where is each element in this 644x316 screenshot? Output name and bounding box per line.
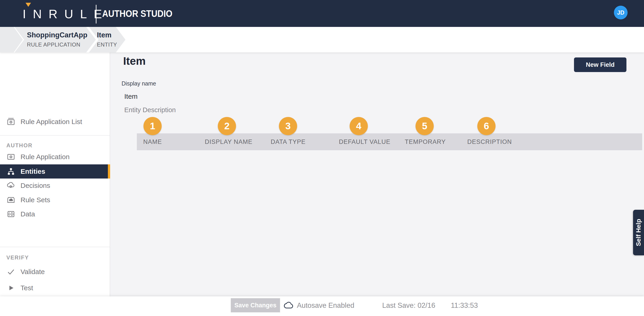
annotation-badge-5: 5 bbox=[416, 117, 434, 135]
sidebar-divider bbox=[0, 247, 110, 247]
new-field-button[interactable]: New Field bbox=[574, 58, 626, 72]
sidebar-item-test[interactable]: Test bbox=[0, 281, 110, 295]
breadcrumb-item-1[interactable]: ShoppingCartApp RULE APPLICATION bbox=[27, 31, 87, 48]
selected-indicator bbox=[108, 164, 110, 178]
sidebar-item-label: Test bbox=[20, 281, 33, 295]
display-name-label: Display name bbox=[122, 80, 156, 87]
last-save-time: 11:33:53 bbox=[451, 296, 478, 315]
annotation-badge-1: 1 bbox=[144, 117, 162, 135]
column-header-data-type: DATA TYPE bbox=[271, 134, 306, 150]
sidebar-item-rule-application[interactable]: Rule Application bbox=[0, 150, 110, 164]
product-name: AUTHOR STUDIO bbox=[102, 8, 172, 19]
sidebar-item-label: Entities bbox=[20, 164, 45, 178]
sidebar-item-label: Validate bbox=[20, 265, 45, 279]
annotation-badge-2: 2 bbox=[218, 117, 236, 135]
self-help-label: Self Help bbox=[635, 219, 642, 246]
column-header-name: NAME bbox=[143, 134, 162, 150]
annotation-badge-3: 3 bbox=[279, 117, 297, 135]
breadcrumb-title: ShoppingCartApp bbox=[27, 31, 87, 39]
sidebar-item-data[interactable]: Data bbox=[0, 207, 110, 221]
sidebar-item-label: Rule Application List bbox=[20, 115, 82, 129]
sidebar-item-label: Rule Application bbox=[20, 150, 70, 164]
brand-triangle-icon bbox=[26, 3, 31, 7]
sidebar-item-rule-application-list[interactable]: Rule Application List bbox=[0, 115, 110, 129]
entity-description-label[interactable]: Entity Description bbox=[124, 106, 176, 114]
sidebar-item-label: Rule Sets bbox=[20, 193, 50, 207]
data-icon bbox=[6, 210, 16, 219]
breadcrumb-item-2[interactable]: Item ENTITY bbox=[97, 31, 117, 48]
entities-icon bbox=[6, 167, 16, 176]
annotation-badge-4: 4 bbox=[350, 117, 368, 135]
sidebar-section-verify: VERIFY bbox=[6, 254, 29, 261]
breadcrumb-title: Item bbox=[97, 31, 117, 39]
sidebar-section-author: AUTHOR bbox=[6, 142, 32, 149]
breadcrumb-subtitle: ENTITY bbox=[97, 42, 117, 48]
column-header-description: DESCRIPTION bbox=[467, 134, 512, 150]
author-studio-app: INRULE AUTHOR STUDIO JD ShoppingCartApp … bbox=[0, 0, 644, 316]
rule-application-list-icon bbox=[6, 117, 16, 126]
top-navbar: INRULE AUTHOR STUDIO JD bbox=[0, 0, 644, 27]
column-header-default-value: DEFAULT VALUE bbox=[339, 134, 390, 150]
sidebar-divider bbox=[0, 135, 110, 136]
sidebar-item-entities[interactable]: Entities bbox=[0, 164, 110, 178]
rule-sets-icon bbox=[6, 196, 16, 204]
self-help-tab[interactable]: Self Help bbox=[633, 210, 644, 255]
checkmark-icon bbox=[6, 267, 16, 276]
rule-application-icon bbox=[6, 152, 16, 162]
user-avatar[interactable]: JD bbox=[614, 6, 628, 20]
decisions-icon bbox=[6, 181, 16, 190]
sidebar-item-label: Data bbox=[20, 207, 35, 221]
sidebar: Rule Application List AUTHOR Rule Applic… bbox=[0, 52, 110, 296]
column-header-display-name: DISPLAY NAME bbox=[205, 134, 252, 150]
breadcrumb-subtitle: RULE APPLICATION bbox=[27, 42, 87, 48]
last-save-date: Last Save: 02/16 bbox=[382, 296, 435, 315]
fields-table-header: NAME DISPLAY NAME DATA TYPE DEFAULT VALU… bbox=[137, 134, 642, 150]
breadcrumb-bar: ShoppingCartApp RULE APPLICATION Item EN… bbox=[0, 27, 644, 52]
sidebar-item-rule-sets[interactable]: Rule Sets bbox=[0, 193, 110, 207]
sidebar-item-label: Decisions bbox=[20, 178, 50, 193]
autosave-status: Autosave Enabled bbox=[297, 296, 354, 315]
page-title: Item bbox=[123, 55, 146, 67]
display-name-value[interactable]: Item bbox=[124, 92, 138, 100]
navbar-divider bbox=[96, 5, 96, 24]
column-header-temporary: TEMPORARY bbox=[405, 134, 446, 150]
save-changes-button[interactable]: Save Changes bbox=[231, 298, 280, 312]
sidebar-item-decisions[interactable]: Decisions bbox=[0, 178, 110, 193]
play-icon bbox=[6, 284, 16, 292]
cloud-icon bbox=[284, 301, 294, 310]
annotation-badge-6: 6 bbox=[477, 117, 496, 135]
footer-bar: Save Changes Autosave Enabled Last Save:… bbox=[0, 296, 644, 316]
sidebar-item-validate[interactable]: Validate bbox=[0, 265, 110, 279]
